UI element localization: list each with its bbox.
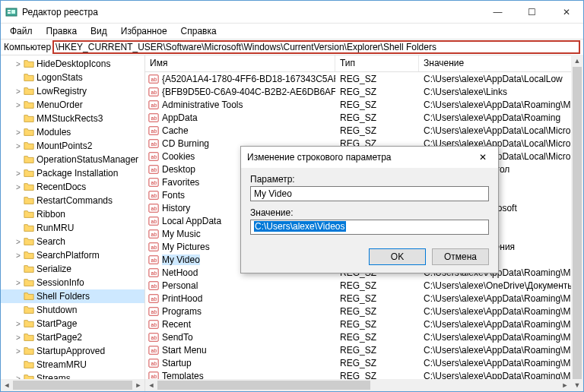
scrollbar-vertical[interactable]: ▲ ▼ bbox=[571, 55, 583, 391]
param-input bbox=[250, 186, 489, 201]
list-row[interactable]: abStart MenuREG_SZC:\Users\alexe\AppData… bbox=[145, 343, 583, 356]
tree-item[interactable]: >Modules bbox=[1, 125, 144, 139]
list-row[interactable]: abStartupREG_SZC:\Users\alexe\AppData\Ro… bbox=[145, 356, 583, 369]
value-type: REG_SZ bbox=[335, 293, 419, 304]
value-name: My Video bbox=[162, 254, 200, 265]
value-type: REG_SZ bbox=[335, 358, 419, 368]
list-row[interactable]: abAppDataREG_SZC:\Users\alexe\AppData\Ro… bbox=[145, 111, 583, 124]
value-name: CD Burning bbox=[162, 138, 209, 149]
tree-item[interactable]: >SearchPlatform bbox=[1, 248, 144, 262]
value-type: REG_SZ bbox=[335, 306, 419, 317]
tree-item[interactable]: >RecentDocs bbox=[1, 180, 144, 194]
tree-item[interactable]: >StartupApproved bbox=[1, 344, 144, 358]
expand-icon[interactable]: > bbox=[16, 334, 24, 342]
expand-icon[interactable]: > bbox=[16, 169, 24, 178]
scrollbar-tree-h[interactable]: ◄ ► bbox=[1, 379, 144, 391]
list-row[interactable]: abPrintHoodREG_SZC:\Users\alexe\AppData\… bbox=[145, 292, 583, 305]
tree-item[interactable]: MMStuckRects3 bbox=[1, 112, 144, 125]
value-data: C:\Users\alexe\AppData\Roaming\Micro bbox=[419, 319, 583, 330]
tree-item[interactable]: Shell Folders bbox=[1, 289, 144, 303]
tree-item[interactable]: OperationStatusManager bbox=[1, 153, 144, 166]
scroll-up-button[interactable]: ▲ bbox=[571, 55, 583, 67]
expand-icon[interactable]: > bbox=[16, 101, 24, 109]
expand-icon[interactable]: > bbox=[16, 128, 24, 137]
tree-item[interactable]: >Search bbox=[1, 235, 144, 248]
tree-item[interactable]: Ribbon bbox=[1, 207, 144, 221]
tree-item[interactable]: >LowRegistry bbox=[1, 84, 144, 98]
value-data: C:\Users\alexe\AppData\Roaming\Micro bbox=[419, 100, 583, 110]
value-data: C:\Users\alexe\AppData\Roaming bbox=[419, 112, 583, 123]
tree-item[interactable]: >MenuOrder bbox=[1, 98, 144, 112]
list-row[interactable]: abAdministrative ToolsREG_SZC:\Users\ale… bbox=[145, 98, 583, 111]
scroll-thumb-h[interactable] bbox=[157, 381, 370, 390]
tree-item[interactable]: Shutdown bbox=[1, 303, 144, 317]
expand-icon[interactable]: > bbox=[16, 251, 24, 260]
value-data: C:\Users\alexe\AppData\Roaming\Micro bbox=[419, 358, 583, 368]
tree-item-label: StreamMRU bbox=[36, 359, 87, 370]
tree-item[interactable]: RunMRU bbox=[1, 221, 144, 235]
svg-text:ab: ab bbox=[151, 308, 157, 314]
dialog-titlebar[interactable]: Изменение строкового параметра ✕ bbox=[241, 147, 498, 168]
tree-item[interactable]: >MountPoints2 bbox=[1, 139, 144, 153]
list-row[interactable]: ab{BFB9D5E0-C6A9-404C-B2B2-AE6DB6AF4968}… bbox=[145, 85, 583, 98]
minimize-button[interactable]: — bbox=[481, 1, 515, 24]
expand-icon[interactable]: > bbox=[16, 60, 24, 68]
value-input[interactable]: C:\Users\alexe\Videos bbox=[250, 220, 489, 235]
tree-item[interactable]: >SessionInfo bbox=[1, 276, 144, 289]
svg-text:ab: ab bbox=[151, 257, 157, 262]
svg-text:ab: ab bbox=[151, 89, 157, 94]
tree-item[interactable]: >Package Installation bbox=[1, 166, 144, 180]
expand-icon[interactable]: > bbox=[16, 238, 24, 246]
expand-icon[interactable]: > bbox=[16, 183, 24, 191]
expand-icon[interactable]: > bbox=[16, 347, 24, 356]
address-path[interactable]: \HKEY_CURRENT_USER\Software\Microsoft\Wi… bbox=[52, 40, 580, 54]
list-row[interactable]: ab{A520A1A4-1780-4FF6-BD18-167343C5AF16}… bbox=[145, 72, 583, 85]
ok-button[interactable]: OK bbox=[369, 248, 426, 265]
tree-panel[interactable]: >HideDesktopIconsLogonStats>LowRegistry>… bbox=[1, 55, 145, 391]
list-row[interactable]: abProgramsREG_SZC:\Users\alexe\AppData\R… bbox=[145, 305, 583, 318]
tree-item[interactable]: Serialize bbox=[1, 262, 144, 276]
scroll-right-button[interactable]: ► bbox=[132, 379, 144, 391]
scrollbar-list-h[interactable]: ◄ ► bbox=[145, 379, 571, 391]
scroll-thumb-h[interactable] bbox=[13, 381, 132, 390]
dialog-close-button[interactable]: ✕ bbox=[468, 147, 498, 168]
param-label: Параметр: bbox=[250, 174, 489, 185]
menu-file[interactable]: Файл bbox=[4, 24, 39, 38]
list-row[interactable]: abCacheREG_SZC:\Users\alexe\AppData\Loca… bbox=[145, 124, 583, 137]
scroll-left-button[interactable]: ◄ bbox=[145, 379, 157, 391]
expand-icon[interactable]: > bbox=[16, 87, 24, 96]
value-type: REG_SZ bbox=[335, 112, 419, 123]
menu-edit[interactable]: Правка bbox=[40, 24, 84, 38]
cancel-button[interactable]: Отмена bbox=[432, 248, 489, 265]
menu-view[interactable]: Вид bbox=[84, 24, 113, 38]
tree-item[interactable]: >StartPage bbox=[1, 317, 144, 330]
list-row[interactable]: abRecentREG_SZC:\Users\alexe\AppData\Roa… bbox=[145, 318, 583, 330]
regedit-icon bbox=[5, 6, 17, 18]
value-type: REG_SZ bbox=[335, 332, 419, 343]
list-row[interactable]: abSendToREG_SZC:\Users\alexe\AppData\Roa… bbox=[145, 330, 583, 343]
expand-icon[interactable]: > bbox=[16, 142, 24, 150]
tree-item[interactable]: StreamMRU bbox=[1, 358, 144, 371]
tree-item[interactable]: >StartPage2 bbox=[1, 330, 144, 344]
value-name: History bbox=[162, 203, 190, 213]
tree-item[interactable]: RestartCommands bbox=[1, 194, 144, 207]
column-value[interactable]: Значение bbox=[419, 55, 583, 71]
tree-item[interactable]: LogonStats bbox=[1, 71, 144, 84]
scroll-down-button[interactable]: ▼ bbox=[571, 379, 583, 391]
tree-item[interactable]: >HideDesktopIcons bbox=[1, 57, 144, 71]
scroll-right-button[interactable]: ► bbox=[559, 379, 571, 391]
maximize-button[interactable]: ☐ bbox=[515, 1, 549, 24]
menu-help[interactable]: Справка bbox=[175, 24, 223, 38]
column-type[interactable]: Тип bbox=[335, 55, 419, 71]
scroll-left-button[interactable]: ◄ bbox=[1, 379, 13, 391]
list-row[interactable]: abPersonalREG_SZC:\Users\alexe\OneDrive\… bbox=[145, 279, 583, 292]
scroll-thumb[interactable] bbox=[573, 67, 582, 379]
value-name: Fonts bbox=[162, 190, 185, 201]
expand-icon[interactable]: > bbox=[16, 279, 24, 287]
tree-item-label: OperationStatusManager bbox=[36, 154, 138, 165]
titlebar[interactable]: Редактор реестра — ☐ ✕ bbox=[1, 1, 583, 24]
menu-favorites[interactable]: Избранное bbox=[115, 24, 173, 38]
expand-icon[interactable]: > bbox=[16, 320, 24, 328]
column-name[interactable]: Имя bbox=[145, 55, 335, 71]
close-button[interactable]: ✕ bbox=[549, 1, 583, 24]
